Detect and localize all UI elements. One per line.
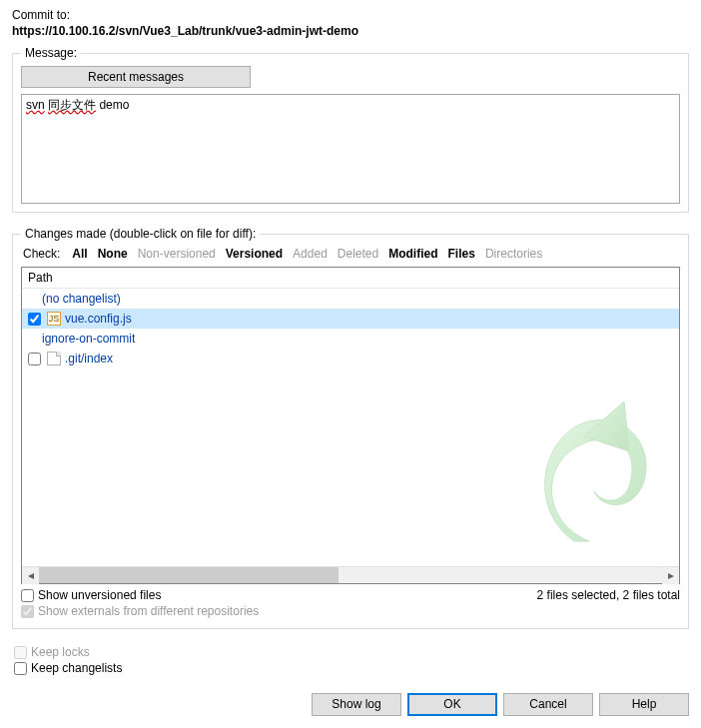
show-unversioned-label: Show unversioned files [38,588,161,602]
table-row[interactable]: .git/index [22,349,679,368]
show-unversioned-input[interactable] [21,589,34,602]
filter-non-versioned[interactable]: Non-versioned [138,247,216,261]
filter-none[interactable]: None [98,247,128,261]
recent-messages-button[interactable]: Recent messages [21,66,251,88]
filter-deleted[interactable]: Deleted [338,247,378,261]
message-word-3: demo [99,98,129,112]
cancel-button[interactable]: Cancel [503,693,593,716]
changelist-ignore-on-commit[interactable]: ignore-on-commit [22,329,679,349]
filter-versioned[interactable]: Versioned [226,247,283,261]
path-column-header[interactable]: Path [22,268,679,289]
commit-to-label: Commit to: [12,8,689,22]
commit-url: https://10.100.16.2/svn/Vue3_Lab/trunk/v… [12,24,689,38]
keep-changelists-checkbox[interactable]: Keep changelists [14,661,689,675]
message-group: Message: Recent messages svn 同步文件 demo [12,46,689,213]
message-legend: Message: [21,46,81,60]
scroll-thumb[interactable] [39,567,339,583]
message-word-1: svn [26,98,45,112]
file-name: vue.config.js [65,312,132,326]
filter-row: Check: All None Non-versioned Versioned … [23,247,680,261]
file-icon [47,352,61,365]
keep-changelists-label: Keep changelists [31,661,122,675]
keep-locks-checkbox: Keep locks [14,645,689,659]
message-word-2: 同步文件 [48,98,96,112]
file-name: .git/index [65,352,113,365]
selection-status: 2 files selected, 2 files total [537,588,680,602]
dialog-buttons: Show log OK Cancel Help [312,693,689,716]
filter-files[interactable]: Files [448,247,475,261]
js-file-icon: JS [47,312,61,326]
help-button[interactable]: Help [599,693,689,716]
keep-locks-input [14,646,27,659]
show-externals-label: Show externals from different repositori… [38,604,259,618]
table-row[interactable]: JS vue.config.js [22,309,679,329]
changelist-none[interactable]: (no changelist) [22,289,679,309]
file-checkbox[interactable] [28,313,41,326]
changes-legend: Changes made (double-click on file for d… [21,227,260,241]
scroll-right-icon[interactable]: ▸ [662,567,679,584]
horizontal-scrollbar[interactable]: ◂ ▸ [22,566,679,583]
filter-directories[interactable]: Directories [485,247,542,261]
scroll-track[interactable] [39,567,662,583]
check-label: Check: [23,247,60,261]
show-externals-input [21,605,34,618]
filter-all[interactable]: All [72,247,87,261]
changes-group: Changes made (double-click on file for d… [12,227,689,629]
commit-message-input[interactable]: svn 同步文件 demo [21,94,680,204]
keep-changelists-input[interactable] [14,662,27,675]
keep-locks-label: Keep locks [31,645,90,659]
commit-arrow-icon [529,396,659,546]
ok-button[interactable]: OK [407,693,497,716]
show-unversioned-checkbox[interactable]: Show unversioned files [21,588,259,602]
filter-added[interactable]: Added [293,247,328,261]
scroll-left-icon[interactable]: ◂ [22,567,39,584]
show-externals-checkbox: Show externals from different repositori… [21,604,259,618]
filter-modified[interactable]: Modified [388,247,437,261]
show-log-button[interactable]: Show log [312,693,401,716]
file-list: Path (no changelist) JS vue.config.js ig… [21,267,680,584]
file-checkbox[interactable] [28,353,41,365]
